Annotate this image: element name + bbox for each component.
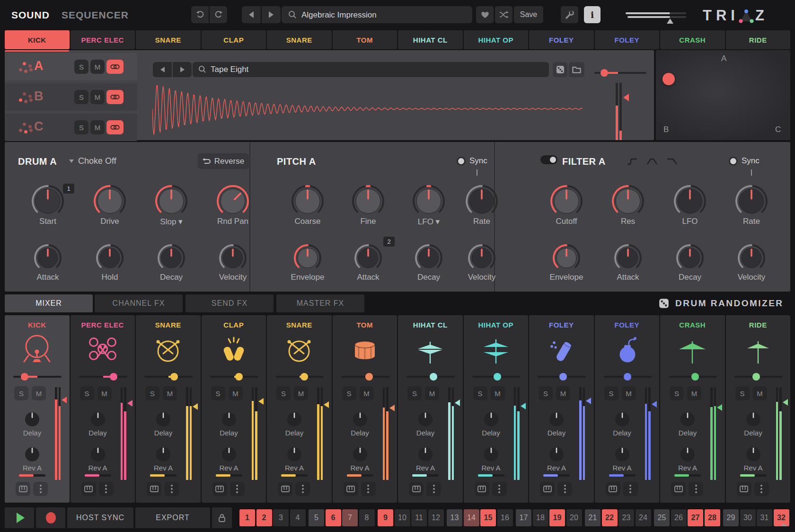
channel-reverb-knob[interactable] bbox=[680, 447, 695, 462]
channel-menu-button[interactable] bbox=[295, 482, 310, 496]
resize-handle[interactable] bbox=[782, 523, 790, 526]
channel-reverb-knob[interactable] bbox=[156, 447, 171, 462]
preset-prev-button[interactable] bbox=[242, 6, 261, 23]
step-30[interactable]: 30 bbox=[740, 509, 756, 526]
knob-fine[interactable] bbox=[351, 184, 386, 219]
channel-mute-button[interactable]: M bbox=[425, 386, 439, 400]
drum-pad-hihat-cl[interactable]: HIHAT CL bbox=[398, 30, 463, 49]
layer-solo-button[interactable]: S bbox=[74, 120, 88, 134]
step-24[interactable]: 24 bbox=[636, 509, 651, 526]
channel-keyboard-button[interactable] bbox=[540, 482, 555, 496]
channel-reverb-knob[interactable] bbox=[615, 447, 630, 462]
channel-meter-peak-marker[interactable] bbox=[389, 405, 395, 411]
channel-menu-button[interactable] bbox=[164, 482, 179, 496]
layer-mute-button[interactable]: M bbox=[90, 90, 105, 104]
channel-menu-button[interactable] bbox=[99, 482, 114, 496]
favorite-button[interactable] bbox=[476, 6, 494, 23]
reverse-button[interactable]: Reverse bbox=[198, 153, 249, 169]
channel-reverb-knob[interactable] bbox=[90, 447, 106, 462]
mixer-strip-foley[interactable]: FOLEYSMDelayRev A bbox=[529, 315, 594, 503]
channel-solo-button[interactable]: S bbox=[14, 386, 28, 400]
channel-keyboard-button[interactable] bbox=[606, 482, 620, 496]
channel-mute-button[interactable]: M bbox=[229, 386, 243, 400]
xy-pad-cursor[interactable] bbox=[662, 73, 675, 85]
mixer-strip-hihat-cl[interactable]: HIHAT CLSMDelayRev A bbox=[398, 315, 463, 503]
mixer-strip-perc-elec[interactable]: PERC ELECSMDelayRev A bbox=[71, 315, 135, 503]
channel-delay-knob[interactable] bbox=[484, 412, 499, 427]
channel-pan-slider[interactable] bbox=[13, 373, 62, 381]
pan-handle[interactable] bbox=[110, 373, 117, 381]
channel-keyboard-button[interactable] bbox=[81, 482, 96, 496]
pan-handle[interactable] bbox=[300, 373, 308, 381]
mixer-strip-foley[interactable]: FOLEYSMDelayRev A bbox=[595, 315, 660, 503]
redo-button[interactable] bbox=[210, 6, 227, 23]
pan-handle[interactable] bbox=[752, 373, 760, 381]
step-23[interactable]: 23 bbox=[618, 509, 634, 526]
meter-peak-marker[interactable] bbox=[623, 94, 629, 101]
fx-tab-channel-fx[interactable]: CHANNEL FX bbox=[95, 294, 183, 312]
channel-solo-button[interactable]: S bbox=[276, 386, 291, 400]
lock-button[interactable] bbox=[212, 507, 232, 528]
knob-lfo[interactable] bbox=[672, 184, 707, 219]
step-26[interactable]: 26 bbox=[671, 509, 687, 526]
tab-sequencer[interactable]: SEQUENCER bbox=[62, 9, 129, 21]
layer-solo-button[interactable]: S bbox=[74, 60, 88, 74]
step-28[interactable]: 28 bbox=[705, 509, 720, 526]
step-27[interactable]: 27 bbox=[688, 509, 703, 526]
channel-meter-peak-marker[interactable] bbox=[783, 399, 788, 406]
channel-pan-slider[interactable] bbox=[275, 373, 324, 381]
mixer-strip-ride[interactable]: RIDESMDelayRev A bbox=[726, 315, 791, 503]
channel-meter-peak-marker[interactable] bbox=[127, 400, 132, 407]
sample-next-button[interactable] bbox=[173, 62, 192, 77]
channel-keyboard-button[interactable] bbox=[344, 482, 358, 496]
layer-mute-button[interactable]: M bbox=[90, 60, 105, 74]
channel-pan-slider[interactable] bbox=[669, 373, 717, 381]
knob-attack[interactable] bbox=[33, 243, 63, 273]
step-31[interactable]: 31 bbox=[757, 509, 772, 526]
channel-mute-button[interactable]: M bbox=[294, 386, 308, 400]
layer-row-c[interactable]: CSM bbox=[5, 114, 137, 141]
sample-browse-button[interactable] bbox=[569, 62, 584, 77]
channel-solo-button[interactable]: S bbox=[342, 386, 356, 400]
channel-reverb-knob[interactable] bbox=[221, 447, 237, 462]
channel-menu-button[interactable] bbox=[557, 482, 572, 496]
channel-pan-slider[interactable] bbox=[341, 373, 389, 381]
filter-sync-toggle[interactable]: Sync bbox=[729, 156, 760, 166]
step-15[interactable]: 15 bbox=[480, 509, 496, 526]
layer-volume-slider[interactable] bbox=[594, 69, 646, 77]
channel-menu-button[interactable] bbox=[754, 482, 769, 496]
knob-velocity[interactable] bbox=[467, 243, 497, 273]
channel-delay-knob[interactable] bbox=[680, 412, 695, 427]
channel-meter-peak-marker[interactable] bbox=[455, 399, 460, 406]
layer-row-b[interactable]: BSM bbox=[5, 83, 137, 111]
filter-highpass-icon[interactable] bbox=[625, 158, 640, 165]
layer-row-a[interactable]: ASM bbox=[5, 53, 137, 80]
knob-start[interactable] bbox=[30, 184, 65, 219]
channel-solo-button[interactable]: S bbox=[473, 386, 487, 400]
channel-meter-peak-marker[interactable] bbox=[258, 398, 264, 405]
filter-enable-toggle[interactable] bbox=[540, 155, 557, 164]
channel-delay-knob[interactable] bbox=[90, 412, 106, 427]
step-21[interactable]: 21 bbox=[585, 509, 601, 526]
pan-handle[interactable] bbox=[235, 373, 243, 381]
channel-pan-slider[interactable] bbox=[144, 373, 193, 381]
knob-decay[interactable] bbox=[414, 243, 444, 273]
pan-handle[interactable] bbox=[170, 373, 178, 381]
channel-delay-knob[interactable] bbox=[156, 412, 171, 427]
choke-dropdown[interactable]: Choke Off bbox=[69, 156, 116, 166]
step-14[interactable]: 14 bbox=[464, 509, 479, 526]
step-3[interactable]: 3 bbox=[273, 509, 289, 526]
knob-slop[interactable] bbox=[154, 184, 189, 219]
fx-tab-send-fx[interactable]: SEND FX bbox=[186, 294, 274, 312]
step-29[interactable]: 29 bbox=[723, 509, 739, 526]
channel-keyboard-button[interactable] bbox=[278, 482, 292, 496]
fx-tab-mixer[interactable]: MIXER bbox=[5, 294, 93, 312]
channel-reverb-knob[interactable] bbox=[287, 447, 302, 462]
step-10[interactable]: 10 bbox=[395, 509, 410, 526]
pan-handle[interactable] bbox=[21, 373, 28, 381]
channel-meter-peak-marker[interactable] bbox=[652, 401, 657, 408]
channel-menu-button[interactable] bbox=[426, 482, 441, 496]
channel-pan-slider[interactable] bbox=[406, 373, 455, 381]
sample-prev-button[interactable] bbox=[153, 62, 172, 77]
channel-delay-knob[interactable] bbox=[418, 412, 433, 427]
